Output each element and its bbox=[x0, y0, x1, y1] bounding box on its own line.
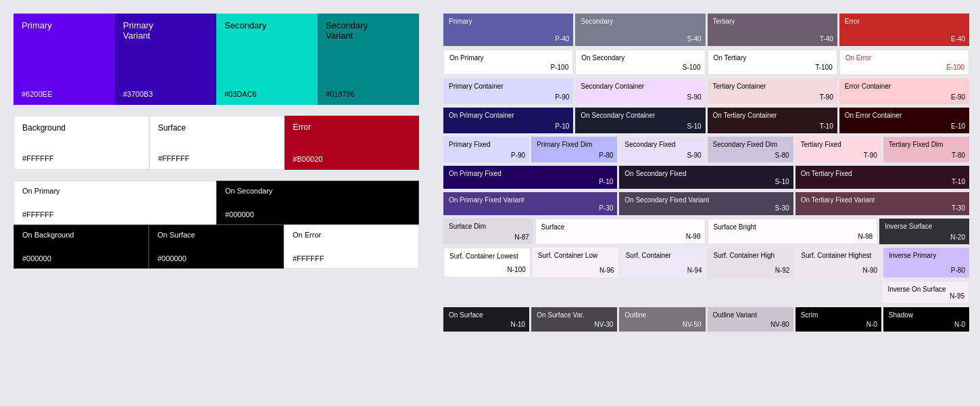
cell-label: Tertiary Container bbox=[713, 83, 832, 91]
primary-color-row: Primary #6200EE PrimaryVariant #3700B3 S… bbox=[14, 14, 419, 105]
on-error-swatch: On Error #FFFFFF bbox=[284, 225, 419, 269]
cell-code: S-10 bbox=[775, 178, 789, 185]
cell-label: Error Container bbox=[845, 83, 964, 91]
swatch-name: On Error bbox=[293, 231, 410, 239]
cell-code: P-90 bbox=[555, 93, 569, 101]
cell-label: On Error Container bbox=[845, 112, 964, 120]
swatch-hex: #FFFFFF bbox=[22, 210, 207, 219]
cell-on-tertiary-container: On Tertiary Container T-10 bbox=[708, 108, 837, 133]
cell-label: Primary Fixed bbox=[449, 141, 524, 149]
cell-label: Secondary Fixed Dim bbox=[713, 141, 788, 149]
swatch-hex: #018786 bbox=[326, 90, 411, 98]
cell-code: N-94 bbox=[687, 267, 702, 274]
cell-surf-container-high: Surf. Container High N-92 bbox=[708, 248, 793, 277]
grid-row-8: Surface Dim N-87 Surface N-98 Surface Br… bbox=[443, 219, 969, 244]
cell-on-tertiary-fixed: On Tertiary Fixed T-10 bbox=[795, 166, 969, 189]
cell-code: T-80 bbox=[952, 152, 965, 159]
cell-label: On Secondary Fixed Variant bbox=[624, 196, 787, 204]
cell-code: P-40 bbox=[555, 35, 569, 43]
cell-code: E-100 bbox=[946, 64, 964, 71]
cell-on-primary-container: On Primary Container P-10 bbox=[443, 108, 573, 133]
swatch-name: Background bbox=[22, 123, 141, 133]
cell-code: NV-30 bbox=[595, 321, 614, 328]
cell-inverse-surface: Inverse Surface N-20 bbox=[879, 219, 969, 244]
cell-label: On Error bbox=[846, 54, 963, 62]
cell-code: N-98 bbox=[858, 233, 873, 240]
swatch-name: Surface bbox=[158, 123, 276, 133]
cell-label: Error bbox=[845, 18, 964, 26]
cell-tertiary-container: Tertiary Container T-90 bbox=[708, 78, 837, 104]
cell-label: On Primary bbox=[449, 54, 567, 62]
cell-on-secondary-container: On Secondary Container S-10 bbox=[575, 108, 705, 133]
neutral-color-row: Background #FFFFFF Surface #FFFFFF Error… bbox=[14, 116, 419, 170]
cell-label: Primary Container bbox=[449, 83, 568, 91]
cell-primary: Primary P-40 bbox=[443, 14, 573, 46]
grid-row-1: Primary P-40 Secondary S-40 Tertiary T-4… bbox=[443, 14, 969, 46]
on-bottom-row: On Background #000000 On Surface #000000… bbox=[14, 225, 419, 269]
background-swatch: Background #FFFFFF bbox=[14, 116, 149, 170]
swatch-hex: #FFFFFF bbox=[293, 254, 410, 263]
cell-code: S-40 bbox=[687, 35, 701, 43]
cell-label: On Tertiary Fixed Variant bbox=[801, 196, 964, 204]
cell-label: Surf. Container High bbox=[713, 252, 788, 260]
grid-row-4: On Primary Container P-10 On Secondary C… bbox=[443, 108, 969, 133]
cell-on-tertiary: On Tertiary T-100 bbox=[708, 49, 837, 75]
cell-code: T-90 bbox=[864, 152, 877, 159]
cell-code: T-10 bbox=[952, 178, 965, 185]
cell-label: Tertiary Fixed Dim bbox=[889, 141, 964, 149]
right-panel: Primary P-40 Secondary S-40 Tertiary T-4… bbox=[433, 0, 980, 406]
cell-inverse-on-surface: Inverse On Surface N-95 bbox=[881, 281, 969, 304]
cell-code: N-0 bbox=[866, 321, 877, 328]
cell-code: N-100 bbox=[508, 266, 526, 273]
cell-code: N-98 bbox=[686, 233, 701, 240]
cell-code: S-80 bbox=[775, 152, 789, 159]
cell-label: Secondary bbox=[581, 18, 700, 26]
cell-code: T-100 bbox=[815, 64, 833, 71]
cell-code: E-40 bbox=[951, 35, 965, 43]
cell-on-primary-fixed: On Primary Fixed P-10 bbox=[443, 166, 617, 189]
cell-surf-container-highest: Surf. Container Highest N-90 bbox=[795, 248, 881, 277]
cell-label: Secondary Container bbox=[581, 83, 700, 91]
cell-primary-container: Primary Container P-90 bbox=[443, 78, 573, 104]
cell-label: On Secondary Container bbox=[581, 112, 700, 120]
grid-row-5: Primary Fixed P-90 Primary Fixed Dim P-8… bbox=[443, 137, 969, 162]
cell-label: Surface Bright bbox=[714, 223, 872, 231]
cell-label: Scrim bbox=[801, 311, 876, 319]
cell-label: Surf. Container Lowest bbox=[449, 252, 524, 261]
cell-label: On Tertiary Fixed bbox=[801, 170, 964, 178]
cell-label: On Surface bbox=[449, 311, 524, 319]
cell-label: On Primary Fixed Variant bbox=[449, 196, 612, 204]
cell-code: P-30 bbox=[599, 204, 613, 212]
cell-label: Primary bbox=[449, 18, 568, 26]
swatch-name: Error bbox=[293, 122, 411, 132]
cell-tertiary: Tertiary T-40 bbox=[708, 14, 837, 46]
cell-outline-variant: Outline Variant NV-80 bbox=[708, 307, 793, 332]
cell-label: On Secondary bbox=[581, 54, 699, 62]
left-panel: Primary #6200EE PrimaryVariant #3700B3 S… bbox=[0, 0, 433, 406]
cell-label: Tertiary bbox=[713, 18, 832, 26]
cell-label: On Primary Fixed bbox=[449, 170, 612, 178]
cell-code: N-95 bbox=[950, 292, 964, 300]
cell-shadow: Shadow N-0 bbox=[883, 307, 969, 332]
cell-tertiary-fixed: Tertiary Fixed T-90 bbox=[795, 137, 881, 162]
cell-code: P-10 bbox=[555, 122, 569, 130]
cell-surf-container: Surf. Container N-94 bbox=[620, 248, 706, 277]
swatch-hex: #000000 bbox=[22, 254, 140, 263]
cell-surf-container-lowest: Surf. Container Lowest N-100 bbox=[443, 248, 531, 277]
cell-code: S-30 bbox=[775, 204, 789, 212]
cell-code: NV-50 bbox=[683, 321, 702, 328]
cell-on-secondary-fixed: On Secondary Fixed S-10 bbox=[619, 166, 793, 189]
cell-scrim: Scrim N-0 bbox=[795, 307, 881, 332]
cell-code: E-10 bbox=[951, 122, 965, 130]
grid-row-3: Primary Container P-90 Secondary Contain… bbox=[443, 78, 969, 104]
cell-code: N-92 bbox=[775, 267, 790, 274]
cell-on-surface: On Surface N-10 bbox=[443, 307, 529, 332]
cell-label: Surface bbox=[541, 223, 700, 231]
cell-label: Inverse Surface bbox=[885, 223, 964, 231]
cell-tertiary-fixed-dim: Tertiary Fixed Dim T-80 bbox=[883, 137, 969, 162]
swatch-name: On Surface bbox=[157, 231, 275, 239]
cell-surface-bright: Surface Bright N-98 bbox=[708, 219, 878, 244]
cell-code: N-10 bbox=[510, 321, 525, 328]
cell-code: T-40 bbox=[820, 35, 833, 43]
swatch-name: On Secondary bbox=[225, 187, 410, 195]
